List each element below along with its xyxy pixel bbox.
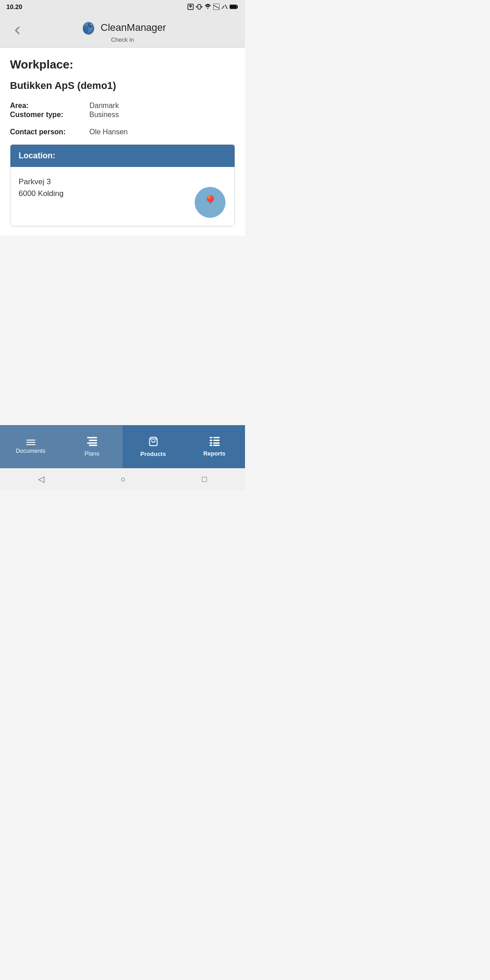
area-label: Area: — [10, 102, 89, 110]
svg-rect-22 — [89, 445, 97, 446]
svg-rect-21 — [87, 442, 97, 444]
app-subtitle: Check in — [111, 36, 134, 43]
bottom-nav: Documents Plans — [0, 425, 245, 468]
nfc-icon — [187, 3, 194, 10]
svg-rect-24 — [210, 437, 212, 438]
svg-rect-25 — [213, 437, 220, 438]
nav-item-products[interactable]: Products — [122, 426, 184, 468]
location-header-text: Location: — [19, 151, 55, 160]
svg-point-6 — [207, 8, 208, 9]
svg-marker-15 — [93, 25, 95, 26]
signal2-icon — [221, 4, 228, 10]
reports-icon — [210, 437, 220, 448]
customer-type-row: Customer type: Business — [10, 111, 235, 119]
svg-point-17 — [92, 24, 92, 24]
svg-rect-9 — [230, 5, 236, 8]
svg-rect-27 — [213, 440, 220, 441]
app-name: CleanManager — [101, 22, 166, 34]
wifi-icon — [204, 4, 211, 10]
area-value: Danmark — [89, 102, 119, 110]
android-back-button[interactable]: ◁ — [38, 474, 44, 484]
location-pin-button[interactable]: 📍 — [195, 187, 225, 218]
map-pin-icon: 📍 — [202, 195, 219, 211]
svg-rect-26 — [210, 440, 212, 441]
android-home-button[interactable]: ○ — [121, 475, 126, 484]
android-recents-button[interactable]: □ — [202, 475, 207, 484]
page-layout: CleanManager Check in Workplace: Butikke… — [0, 14, 245, 490]
app-header: CleanManager Check in — [0, 14, 245, 48]
products-icon — [148, 436, 158, 448]
company-name: Butikken ApS (demo1) — [10, 80, 235, 92]
status-bar: 10.20 — [0, 0, 245, 14]
workplace-label: Workplace: — [10, 58, 235, 72]
nav-label-documents: Documents — [16, 447, 46, 454]
documents-icon — [26, 440, 35, 445]
svg-rect-20 — [89, 440, 97, 441]
customer-type-value: Business — [89, 111, 119, 119]
battery-icon — [230, 4, 239, 10]
contact-person-value: Ole Hansen — [89, 128, 128, 136]
contact-person-label: Contact person: — [10, 128, 89, 136]
location-header: Location: — [10, 145, 235, 167]
nav-label-products: Products — [140, 451, 166, 457]
android-nav-bar: ◁ ○ □ — [0, 468, 245, 490]
logo-area: CleanManager Check in — [79, 18, 166, 43]
address-line-1: Parkvej 3 — [19, 176, 226, 188]
content-spacer — [0, 235, 245, 425]
svg-rect-30 — [210, 445, 212, 446]
svg-rect-28 — [210, 442, 212, 444]
main-content: Workplace: Butikken ApS (demo1) Area: Da… — [0, 48, 245, 235]
nav-item-documents[interactable]: Documents — [0, 426, 61, 468]
location-card: Location: Parkvej 3 6000 Kolding 📍 — [10, 144, 235, 226]
svg-rect-31 — [213, 445, 220, 446]
plans-icon — [87, 437, 97, 448]
info-grid: Area: Danmark Customer type: Business — [10, 102, 235, 119]
nav-item-plans[interactable]: Plans — [61, 426, 122, 468]
contact-person-row: Contact person: Ole Hansen — [10, 128, 235, 136]
signal1-icon — [213, 4, 220, 10]
back-button[interactable] — [9, 22, 25, 39]
nav-label-plans: Plans — [84, 450, 99, 457]
area-row: Area: Danmark — [10, 102, 235, 110]
svg-rect-19 — [87, 437, 97, 438]
vibrate-icon — [196, 3, 202, 10]
svg-rect-29 — [213, 442, 220, 444]
app-logo-icon — [79, 18, 98, 37]
customer-type-label: Customer type: — [10, 111, 89, 119]
location-body: Parkvej 3 6000 Kolding 📍 — [10, 167, 235, 226]
svg-rect-1 — [198, 5, 201, 10]
back-arrow-icon — [11, 24, 24, 37]
status-icons — [187, 3, 239, 10]
nav-item-reports[interactable]: Reports — [184, 426, 245, 468]
svg-point-18 — [83, 25, 88, 33]
nav-label-reports: Reports — [203, 450, 225, 457]
status-time: 10.20 — [6, 3, 22, 10]
